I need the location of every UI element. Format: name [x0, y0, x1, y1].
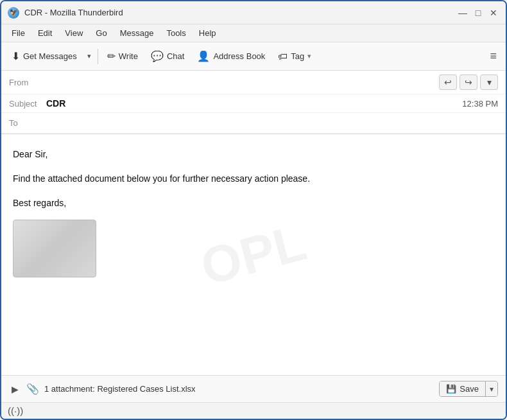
window-title: CDR - Mozilla Thunderbird: [24, 8, 123, 17]
minimize-button[interactable]: —: [457, 7, 468, 19]
close-button[interactable]: ✕: [488, 7, 499, 19]
get-messages-icon: ⬇: [12, 50, 20, 62]
email-closing: Best regards,: [13, 196, 494, 211]
to-label: To: [9, 118, 46, 128]
email-body-text: Find the attached document below you for…: [13, 171, 494, 187]
write-icon: ✏: [107, 50, 116, 62]
menu-go[interactable]: Go: [90, 27, 112, 39]
toolbar-overflow-icon[interactable]: ≡: [486, 47, 501, 66]
subject-row: Subject CDR 12:38 PM: [1, 94, 506, 113]
email-greeting: Dear Sir,: [13, 147, 494, 162]
get-messages-button[interactable]: ⬇ Get Messages: [6, 48, 82, 65]
tag-button[interactable]: 🏷 Tag ▾: [273, 48, 316, 64]
attachment-thumbnail: [13, 220, 96, 277]
email-time: 12:38 PM: [462, 99, 498, 109]
menu-tools[interactable]: Tools: [161, 27, 191, 39]
save-dropdown-button[interactable]: ▾: [486, 382, 497, 396]
email-body: OPL Dear Sir, Find the attached document…: [1, 134, 506, 375]
attachment-filename: 1 attachment: Registered Cases List.xlsx: [44, 384, 434, 394]
attachment-expand-icon[interactable]: ▶: [9, 383, 21, 396]
save-label: Save: [460, 384, 479, 394]
save-button-group: 💾 Save ▾: [439, 381, 498, 397]
header-actions: ↩ ↪ ▾: [439, 74, 498, 90]
tag-label: Tag: [291, 51, 304, 61]
window-controls: — □ ✕: [457, 7, 499, 19]
menubar: File Edit View Go Message Tools Help: [1, 24, 506, 42]
titlebar-left: 🦅 CDR - Mozilla Thunderbird: [8, 7, 123, 19]
chat-icon: 💬: [151, 50, 164, 62]
main-window: 🦅 CDR - Mozilla Thunderbird — □ ✕ File E…: [0, 0, 507, 420]
save-icon: 💾: [446, 384, 456, 394]
email-headers: From ↩ ↪ ▾ Subject CDR 12:38 PM To: [1, 71, 506, 134]
to-row: To: [1, 113, 506, 134]
menu-edit[interactable]: Edit: [33, 27, 57, 39]
maximize-button[interactable]: □: [472, 7, 484, 19]
save-button[interactable]: 💾 Save: [440, 381, 486, 396]
chat-button[interactable]: 💬 Chat: [146, 48, 189, 65]
menu-help[interactable]: Help: [194, 27, 221, 39]
get-messages-dropdown-icon[interactable]: ▾: [85, 49, 94, 63]
connection-status-icon: ((·)): [8, 405, 23, 416]
subject-label: Subject: [9, 99, 46, 109]
app-logo-icon: 🦅: [8, 7, 19, 19]
toolbar: ⬇ Get Messages ▾ ✏ Write 💬 Chat 👤 Addres…: [1, 42, 506, 71]
reply-button[interactable]: ↩: [439, 74, 457, 90]
from-row: From ↩ ↪ ▾: [1, 71, 506, 94]
address-book-button[interactable]: 👤 Address Book: [192, 48, 270, 65]
more-actions-button[interactable]: ▾: [480, 74, 498, 90]
titlebar: 🦅 CDR - Mozilla Thunderbird — □ ✕: [1, 1, 506, 24]
subject-value: CDR: [46, 98, 462, 109]
address-book-icon: 👤: [197, 50, 210, 62]
menu-view[interactable]: View: [60, 27, 88, 39]
paperclip-icon: 📎: [26, 383, 39, 395]
chat-label: Chat: [167, 51, 184, 61]
tag-icon: 🏷: [278, 51, 288, 62]
from-label: From: [9, 78, 46, 87]
write-label: Write: [119, 51, 138, 61]
attachment-bar: ▶ 📎 1 attachment: Registered Cases List.…: [1, 375, 506, 402]
tag-dropdown-icon: ▾: [307, 52, 311, 60]
menu-message[interactable]: Message: [115, 27, 159, 39]
get-messages-label: Get Messages: [23, 51, 77, 61]
statusbar: ((·)): [1, 402, 506, 419]
email-content: Dear Sir, Find the attached document bel…: [13, 147, 494, 277]
toolbar-divider-1: [98, 49, 98, 64]
address-book-label: Address Book: [213, 51, 265, 61]
write-button[interactable]: ✏ Write: [102, 48, 143, 65]
menu-file[interactable]: File: [6, 27, 30, 39]
forward-button[interactable]: ↪: [460, 74, 477, 90]
